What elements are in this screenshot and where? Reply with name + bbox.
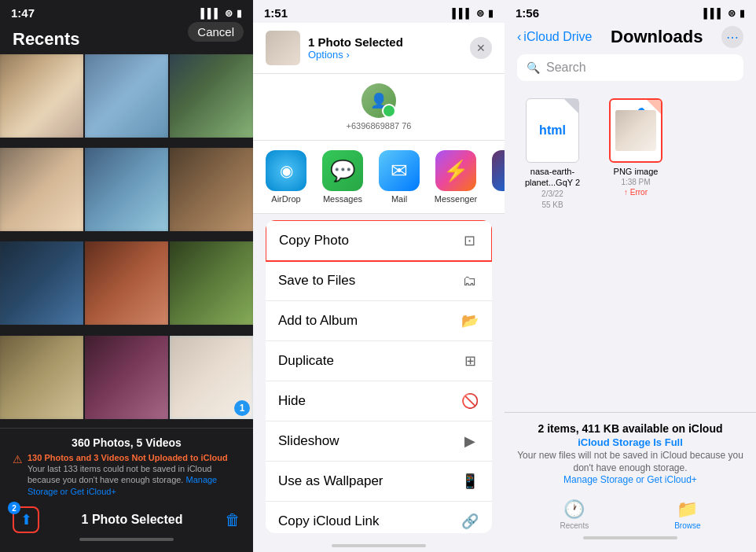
wifi-files-icon: ⊜	[728, 8, 736, 19]
downloads-title: Downloads	[611, 27, 703, 47]
grid-cell[interactable]	[0, 336, 83, 419]
png-file-icon: ☁	[607, 97, 665, 163]
contact-row: 👤 +6396869887 76	[253, 74, 505, 141]
browse-tab-icon: 📁	[677, 499, 698, 520]
airdrop-icon: ◉	[266, 150, 306, 191]
photo-grid[interactable]: 1	[0, 54, 253, 428]
status-bar-files: 1:56 ▌▌▌ ⊜ ▮	[505, 0, 756, 23]
files-nav: ‹ iCloud Drive Downloads ⋯	[505, 23, 756, 54]
save-to-files-action[interactable]: Save to Files 🗂	[266, 261, 492, 301]
recents-tab-label: Recents	[560, 521, 589, 530]
icloud-link-action[interactable]: Copy iCloud Link 🔗	[266, 502, 492, 533]
share-options-link[interactable]: Options ›	[308, 49, 470, 61]
photo-count: 360 Photos, 5 Videos	[13, 436, 240, 449]
battery-share-icon: ▮	[488, 8, 494, 19]
wallpaper-action[interactable]: Use as Wallpaper 📱	[266, 462, 492, 502]
icloud-warning: ⚠ 130 Photos and 3 Videos Not Uploaded t…	[13, 452, 240, 497]
messenger-share-item[interactable]: ⚡ Messenger	[429, 150, 483, 204]
png-file-name: PNG image	[614, 166, 659, 177]
search-input[interactable]: Search	[546, 61, 586, 75]
add-to-album-icon: 📂	[461, 311, 479, 330]
photos-panel: 1:47 ▌▌▌ ⊜ ▮ Cancel Recents 1 360 Photos…	[0, 0, 253, 552]
airdrop-share-item[interactable]: ◉ AirDrop	[259, 150, 313, 204]
html-file-icon: html	[523, 97, 582, 163]
grid-cell[interactable]	[85, 54, 168, 138]
messages-icon: 💬	[322, 150, 363, 191]
grid-cell[interactable]	[85, 148, 168, 231]
more-icon: ⋯	[492, 150, 505, 191]
html-file-size: 55 KB	[541, 200, 563, 211]
png-file-error: ↑ Error	[624, 188, 648, 197]
hide-icon: 🚫	[461, 392, 479, 410]
storage-desc-text: Your new files will not be saved in iClo…	[517, 450, 743, 473]
messages-share-item[interactable]: 💬 Messages	[316, 150, 369, 204]
png-file-preview: ☁	[609, 98, 662, 163]
signal-files-icon: ▌▌▌	[703, 8, 724, 19]
selected-photo-cell[interactable]: 1	[170, 336, 253, 419]
grid-cell[interactable]	[0, 54, 83, 138]
files-panel: 1:56 ▌▌▌ ⊜ ▮ ‹ iCloud Drive Downloads ⋯ …	[505, 0, 756, 552]
mail-share-item[interactable]: ✉ Mail	[372, 150, 426, 204]
more-share-item[interactable]: ⋯ ···	[486, 150, 505, 204]
files-search-bar[interactable]: 🔍 Search	[517, 54, 743, 81]
battery-icon: ▮	[237, 8, 242, 19]
selected-count-label: 1 Photo Selected	[82, 513, 183, 527]
icloud-link-label: Copy iCloud Link	[278, 513, 461, 529]
browse-tab[interactable]: 📁 Browse	[674, 499, 700, 530]
wifi-share-icon: ⊜	[476, 8, 484, 19]
time-share: 1:51	[264, 6, 288, 20]
hide-action[interactable]: Hide 🚫	[266, 381, 492, 421]
html-file-name: nasa-earth-planet...GqY 2	[517, 166, 588, 189]
share-header-title: 1 Photo Selected	[308, 35, 470, 49]
grid-cell[interactable]	[0, 148, 83, 231]
photos-footer: 360 Photos, 5 Videos ⚠ 130 Photos and 3 …	[0, 428, 253, 552]
status-icons-files: ▌▌▌ ⊜ ▮	[703, 8, 745, 19]
battery-files-icon: ▮	[739, 8, 745, 19]
messages-label: Messages	[323, 194, 362, 204]
status-icons-photos: ▌▌▌ ⊜ ▮	[200, 8, 242, 19]
warning-body: Your last 133 items could not be saved i…	[28, 464, 211, 484]
png-file-item[interactable]: ☁ PNG image 1:38 PM ↑ Error	[600, 97, 671, 197]
files-nav-left: ‹ iCloud Drive	[517, 30, 592, 44]
html-file-date: 2/3/22	[541, 189, 563, 200]
photos-footer-bar: 2 ⬆ 1 Photo Selected 🗑	[13, 502, 240, 535]
slideshow-action[interactable]: Slideshow ▶	[266, 421, 492, 462]
hide-label: Hide	[278, 393, 461, 409]
messenger-icon: ⚡	[435, 150, 476, 191]
duplicate-action[interactable]: Duplicate ⊞	[266, 341, 492, 381]
files-tab-bar: 🕐 Recents 📁 Browse	[517, 493, 743, 533]
grid-cell[interactable]	[170, 148, 253, 231]
recents-tab[interactable]: 🕐 Recents	[560, 499, 589, 530]
png-image-thumb	[615, 110, 656, 151]
share-sheet-panel: 1:51 ▌▌▌ ⊜ ▮ 1 Photo Selected Options › …	[253, 0, 505, 552]
storage-full-label: iCloud Storage Is Full	[517, 436, 743, 448]
share-close-button[interactable]: ✕	[470, 37, 492, 59]
delete-button[interactable]: 🗑	[225, 511, 240, 529]
home-indicator	[79, 538, 174, 541]
app-icons-row: ◉ AirDrop 💬 Messages ✉ Mail ⚡ Messenger …	[253, 141, 505, 214]
share-header: 1 Photo Selected Options › ✕	[253, 23, 505, 74]
action-list: Copy Photo ⊡ Save to Files 🗂 Add to Albu…	[266, 220, 492, 533]
browse-tab-label: Browse	[674, 521, 700, 530]
duplicate-icon: ⊞	[461, 351, 479, 370]
grid-cell[interactable]	[170, 241, 253, 325]
copy-photo-action[interactable]: Copy Photo ⊡	[266, 220, 492, 262]
messenger-label: Messenger	[435, 194, 477, 204]
status-icons-share: ▌▌▌ ⊜ ▮	[452, 8, 494, 19]
grid-cell[interactable]	[170, 54, 253, 138]
grid-cell[interactable]	[85, 336, 168, 419]
more-options-button[interactable]: ⋯	[721, 26, 743, 48]
add-to-album-action[interactable]: Add to Album 📂	[266, 301, 492, 341]
grid-cell[interactable]	[0, 241, 83, 325]
contact-avatar[interactable]: 👤	[361, 83, 396, 118]
html-file-preview: html	[526, 98, 579, 163]
status-bar-photos: 1:47 ▌▌▌ ⊜ ▮	[0, 0, 253, 23]
contact-number[interactable]: +6396869887 76	[347, 121, 412, 131]
grid-cell[interactable]	[85, 241, 168, 325]
storage-manage-link[interactable]: Manage Storage or Get iCloud+	[563, 474, 697, 485]
png-file-date: 1:38 PM	[621, 177, 650, 188]
back-button[interactable]: ‹ iCloud Drive	[517, 30, 592, 44]
cancel-button[interactable]: Cancel	[188, 22, 244, 42]
html-file-item[interactable]: html nasa-earth-planet...GqY 2 2/3/22 55…	[517, 97, 588, 211]
storage-count: 2 items, 411 KB available on iCloud	[517, 422, 743, 435]
